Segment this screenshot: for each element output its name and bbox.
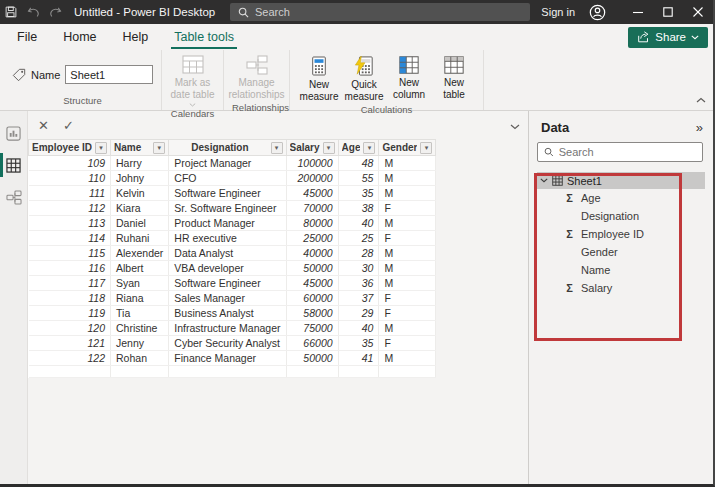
table-cell[interactable]: Albert [111,261,169,276]
column-header-gender[interactable]: Gender▾ [379,140,436,156]
table-cell[interactable]: M [379,261,436,276]
table-cell[interactable]: Data Analyst [169,246,286,261]
table-cell[interactable]: Jenny [111,336,169,351]
table-name-input[interactable] [65,65,153,84]
table-row[interactable]: 112KiaraSr. Software Engineer7000038F [29,201,436,216]
table-cell[interactable]: 25 [338,231,379,246]
table-row[interactable]: 120ChristineInfrastructure Manager750004… [29,321,436,336]
table-cell[interactable]: 35 [338,336,379,351]
table-cell[interactable]: 66000 [286,336,338,351]
column-filter-button[interactable]: ▾ [153,142,165,154]
table-cell[interactable]: F [379,291,436,306]
table-cell[interactable]: Sales Manager [169,291,286,306]
field-item-name[interactable]: Name [537,261,705,279]
table-cell[interactable]: 117 [29,276,111,291]
share-button[interactable]: Share [628,27,708,48]
table-cell[interactable]: 38 [338,201,379,216]
table-cell[interactable]: M [379,171,436,186]
table-cell[interactable]: Christine [111,321,169,336]
table-cell[interactable]: M [379,156,436,171]
table-row[interactable]: 115AlexenderData Analyst4000028M [29,246,436,261]
table-cell[interactable]: Tia [111,306,169,321]
table-cell[interactable]: 121 [29,336,111,351]
new-measure-button[interactable]: New measure [298,53,340,103]
tab-file[interactable]: File [4,24,50,50]
table-cell[interactable]: Infrastructure Manager [169,321,286,336]
tree-item-sheet1[interactable]: Sheet1 [537,172,705,189]
table-cell[interactable]: 40 [338,321,379,336]
manage-relationships-button[interactable]: Manage relationships [228,53,284,101]
account-avatar[interactable] [585,0,609,24]
fields-search-box[interactable] [537,142,703,162]
formula-bar-expand-button[interactable] [510,116,520,134]
table-cell[interactable]: 36 [338,276,379,291]
field-item-employee-id[interactable]: ΣEmployee ID [537,225,705,243]
table-cell[interactable]: 50000 [286,351,338,366]
table-cell[interactable]: 40 [338,216,379,231]
table-cell[interactable]: 58000 [286,306,338,321]
table-cell[interactable]: 55 [338,171,379,186]
formula-commit-button[interactable]: ✓ [63,119,74,132]
table-cell[interactable]: M [379,186,436,201]
table-cell[interactable]: 109 [29,156,111,171]
table-cell[interactable]: Rohan [111,351,169,366]
table-cell[interactable]: 115 [29,246,111,261]
table-cell[interactable]: 116 [29,261,111,276]
table-cell[interactable]: Software Engineer [169,186,286,201]
table-cell[interactable]: 118 [29,291,111,306]
sign-in-button[interactable]: Sign in [541,6,575,18]
table-cell[interactable]: Sr. Software Engineer [169,201,286,216]
table-row[interactable]: 117SyanSoftware Engineer4500036M [29,276,436,291]
model-view-button[interactable] [0,183,27,211]
table-cell[interactable]: 40000 [286,246,338,261]
column-filter-button[interactable]: ▾ [271,142,283,154]
table-cell[interactable]: M [379,246,436,261]
table-cell[interactable]: 111 [29,186,111,201]
table-cell[interactable]: 28 [338,246,379,261]
table-row[interactable]: 119TiaBusiness Analyst5800029F [29,306,436,321]
tab-table-tools[interactable]: Table tools [161,24,247,50]
column-header-employee-id[interactable]: Employee ID▾ [29,140,111,156]
table-cell[interactable]: 25000 [286,231,338,246]
table-cell[interactable]: 113 [29,216,111,231]
minimize-button[interactable] [623,0,653,24]
table-cell[interactable]: M [379,276,436,291]
table-cell[interactable]: 41 [338,351,379,366]
column-filter-button[interactable]: ▾ [323,142,335,154]
table-cell[interactable]: VBA developer [169,261,286,276]
table-cell[interactable]: Alexender [111,246,169,261]
table-cell[interactable]: Kelvin [111,186,169,201]
table-cell[interactable]: Project Manager [169,156,286,171]
table-cell[interactable]: 110 [29,171,111,186]
new-column-button[interactable]: New column [388,53,430,103]
column-filter-button[interactable]: ▾ [420,142,432,154]
column-header-name[interactable]: Name▾ [111,140,169,156]
data-view-button[interactable] [0,151,27,179]
table-row[interactable]: 114RuhaniHR executive2500025F [29,231,436,246]
table-cell[interactable]: F [379,336,436,351]
save-button[interactable] [0,0,22,24]
undo-button[interactable] [22,0,44,24]
table-cell[interactable]: 80000 [286,216,338,231]
table-cell[interactable]: Kiara [111,201,169,216]
table-cell[interactable]: CFO [169,171,286,186]
table-row[interactable]: 122RohanFinance Manager5000041M [29,351,436,366]
close-button[interactable] [683,0,713,24]
table-cell[interactable]: Syan [111,276,169,291]
column-filter-button[interactable]: ▾ [95,142,107,154]
table-cell[interactable]: HR executive [169,231,286,246]
table-cell[interactable]: Finance Manager [169,351,286,366]
table-cell[interactable]: 35 [338,186,379,201]
table-cell[interactable]: 60000 [286,291,338,306]
table-cell[interactable]: 119 [29,306,111,321]
titlebar-search-box[interactable]: Search [230,3,530,21]
table-cell[interactable]: Product Manager [169,216,286,231]
table-cell[interactable]: F [379,201,436,216]
column-filter-button[interactable]: ▾ [363,142,375,154]
table-cell[interactable]: F [379,231,436,246]
table-cell[interactable]: 30 [338,261,379,276]
table-row[interactable]: 111KelvinSoftware Engineer4500035M [29,186,436,201]
table-cell[interactable]: M [379,351,436,366]
field-item-age[interactable]: ΣAge [537,189,705,207]
tab-help[interactable]: Help [110,24,162,50]
